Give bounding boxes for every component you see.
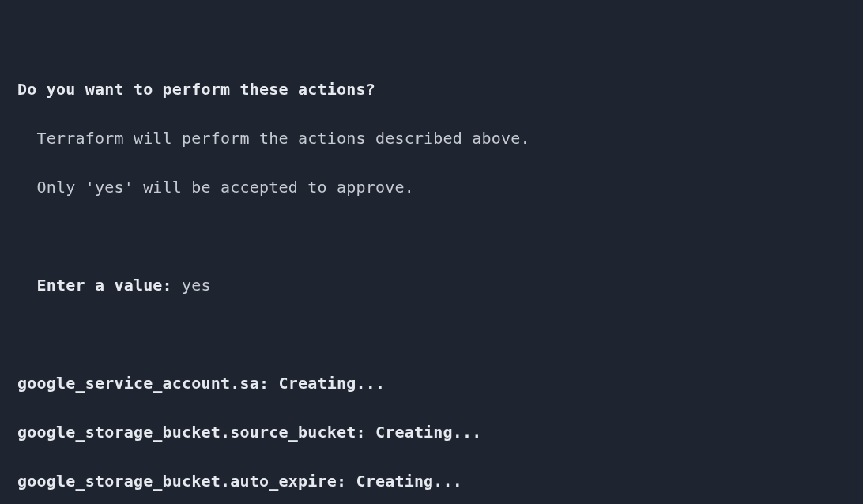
log-line: google_storage_bucket.auto_expire: Creat… [17, 469, 846, 494]
log-line: google_service_account.sa: Creating... [17, 371, 846, 396]
terminal-output: Do you want to perform these actions? Te… [0, 0, 863, 504]
enter-value-label: Enter a value: [17, 276, 182, 295]
log-line: google_storage_bucket.source_bucket: Cre… [17, 420, 846, 445]
confirm-explain-1: Terraform will perform the actions descr… [17, 126, 846, 151]
confirm-question: Do you want to perform these actions? [17, 77, 846, 102]
enter-value-line: Enter a value: yes [17, 273, 846, 298]
enter-value-answer[interactable]: yes [182, 276, 211, 295]
confirm-explain-2: Only 'yes' will be accepted to approve. [17, 175, 846, 200]
